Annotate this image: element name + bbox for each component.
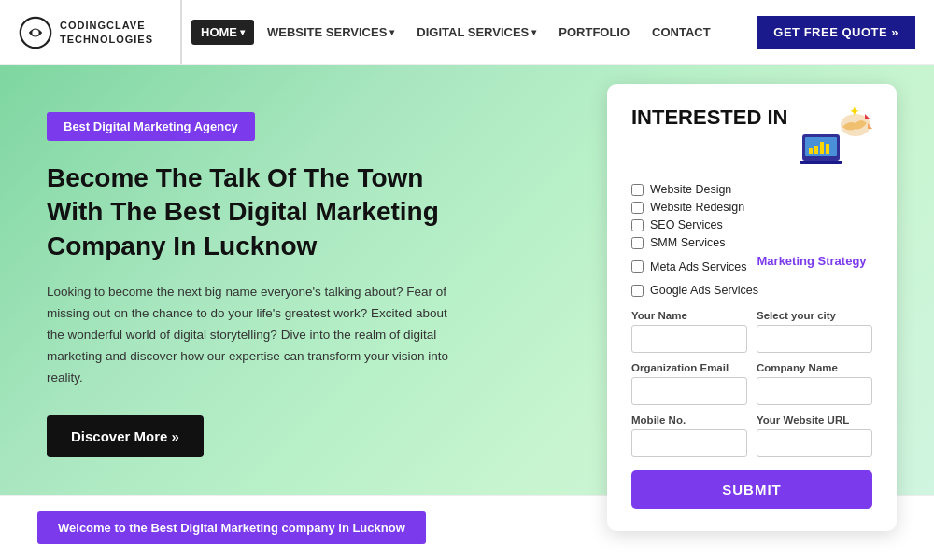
svg-rect-6: [814, 146, 818, 154]
website-url-field-group: Your Website URL: [757, 414, 872, 457]
org-email-label: Organization Email: [631, 362, 747, 373]
org-email-input[interactable]: [631, 377, 747, 405]
logo-icon: [19, 16, 52, 49]
bottom-welcome-badge[interactable]: Welcome to the Best Digital Marketing co…: [37, 511, 426, 544]
svg-rect-7: [820, 142, 824, 154]
checkbox-seo-input[interactable]: [631, 219, 644, 231]
svg-rect-5: [809, 148, 813, 154]
hero-title: Become The Talk Of The Town With The Bes…: [47, 161, 448, 263]
mobile-no-input[interactable]: [631, 429, 747, 457]
nav-portfolio[interactable]: PORTFOLIO: [549, 20, 639, 45]
org-email-field-group: Organization Email: [631, 362, 747, 405]
home-dropdown-arrow: ▾: [240, 27, 245, 37]
checkbox-website-redesign: Website Redesign: [631, 201, 872, 214]
your-name-label: Your Name: [631, 310, 747, 321]
nav-digital-services[interactable]: DIGITAL SERVICES ▾: [407, 20, 545, 45]
select-city-input[interactable]: [757, 325, 872, 353]
mobile-no-field-group: Mobile No.: [631, 414, 747, 457]
svg-point-1: [32, 29, 38, 35]
svg-text:✦: ✦: [849, 106, 860, 119]
checkbox-website-design-input[interactable]: [631, 184, 644, 196]
checkbox-smm-input[interactable]: [631, 237, 644, 249]
nav-contact[interactable]: CONTACT: [643, 20, 720, 45]
checkbox-website-design: Website Design: [631, 183, 872, 196]
company-name-field-group: Company Name: [757, 362, 872, 405]
svg-rect-8: [826, 144, 829, 154]
nav-home[interactable]: HOME ▾: [191, 20, 254, 45]
discover-more-button[interactable]: Discover More »: [47, 415, 204, 457]
svg-rect-4: [800, 161, 842, 164]
checkbox-google-label: Google Ads Services: [650, 284, 758, 297]
form-fields: Your Name Select your city Organization …: [631, 310, 872, 457]
website-services-dropdown-arrow: ▾: [389, 27, 394, 37]
checkbox-meta-label: Meta Ads Services: [650, 260, 747, 273]
hero-content: Best Digital Marketing Agency Become The…: [47, 103, 448, 457]
checkbox-smm-services: SMM Services: [631, 236, 872, 249]
nav-website-services[interactable]: WEBSITE SERVICES ▾: [258, 20, 403, 45]
handshake-laptop-illustration: ✦: [798, 106, 872, 172]
website-url-label: Your Website URL: [757, 414, 872, 426]
form-illustration: ✦: [798, 106, 872, 172]
marketing-strategy-badge: Marketing Strategy: [757, 254, 867, 268]
checkbox-google-ads: Google Ads Services: [631, 284, 872, 297]
form-card-header: INTERESTED IN ✦: [631, 106, 872, 172]
header: CODINGCLAVE TECHNOLOGIES HOME ▾ WEBSITE …: [0, 0, 934, 65]
service-checkboxes: Website Design Website Redesign SEO Serv…: [631, 183, 872, 297]
checkbox-seo-label: SEO Services: [650, 218, 723, 231]
main-nav: HOME ▾ WEBSITE SERVICES ▾ DIGITAL SERVIC…: [191, 20, 757, 45]
select-city-label: Select your city: [757, 310, 872, 321]
submit-button[interactable]: SUBMIT: [631, 470, 872, 509]
checkbox-website-redesign-input[interactable]: [631, 202, 644, 214]
checkbox-smm-label: SMM Services: [650, 236, 726, 249]
hero-description: Looking to become the next big name ever…: [47, 282, 448, 389]
checkbox-meta-ads: Meta Ads Services Marketing Strategy: [631, 254, 872, 279]
svg-marker-11: [865, 114, 870, 119]
logo-text: CODINGCLAVE TECHNOLOGIES: [60, 19, 153, 46]
website-url-input[interactable]: [757, 429, 872, 457]
get-free-quote-button[interactable]: GET FREE QUOTE »: [757, 16, 915, 49]
hero-badge[interactable]: Best Digital Marketing Agency: [47, 112, 255, 141]
checkbox-seo-services: SEO Services: [631, 218, 872, 231]
interest-form-card: INTERESTED IN ✦: [607, 84, 897, 531]
checkbox-website-design-label: Website Design: [650, 183, 731, 196]
your-name-field-group: Your Name: [631, 310, 747, 353]
checkbox-website-redesign-label: Website Redesign: [650, 201, 744, 214]
hero-section: Best Digital Marketing Agency Become The…: [0, 65, 934, 495]
company-name-label: Company Name: [757, 362, 872, 373]
logo-area: CODINGCLAVE TECHNOLOGIES: [19, 0, 182, 64]
digital-services-dropdown-arrow: ▾: [531, 27, 536, 37]
select-city-field-group: Select your city: [757, 310, 872, 353]
checkbox-google-input[interactable]: [631, 285, 644, 297]
form-title: INTERESTED IN: [631, 106, 787, 129]
company-name-input[interactable]: [757, 377, 872, 405]
your-name-input[interactable]: [631, 325, 747, 353]
mobile-no-label: Mobile No.: [631, 414, 747, 426]
checkbox-meta-input[interactable]: [631, 260, 644, 273]
